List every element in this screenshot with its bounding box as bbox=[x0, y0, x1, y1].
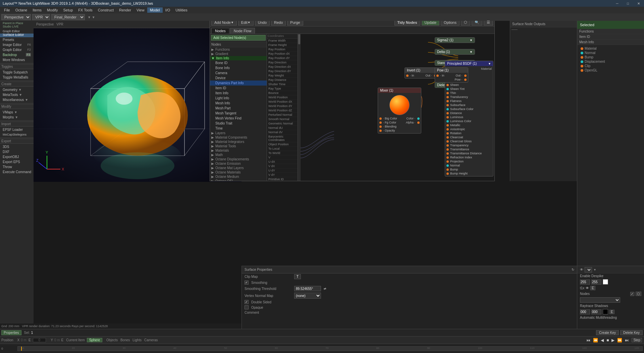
rfp-e-btn[interactable]: E bbox=[590, 286, 595, 290]
tl-bones-btn[interactable]: Bones bbox=[120, 338, 130, 342]
sp-doublesided-checkbox[interactable]: ✓ bbox=[245, 300, 249, 304]
sidebar-toggle-metaballs[interactable]: Toggle MetaBalls bbox=[0, 75, 34, 80]
menu-setup[interactable]: Setup bbox=[61, 7, 76, 13]
tl-play-reverse[interactable]: ◀ bbox=[601, 338, 604, 343]
nl-time[interactable]: Time bbox=[210, 126, 267, 131]
sidebar-geometry[interactable]: Geometry ▼ bbox=[0, 87, 34, 92]
nl-item-id[interactable]: Item ID bbox=[210, 86, 267, 91]
tl-step[interactable]: Step bbox=[632, 338, 642, 342]
nl-bone-info[interactable]: Bone Info bbox=[210, 65, 267, 70]
rfp-e-btn2[interactable]: E bbox=[609, 310, 614, 314]
tl-prev-frame[interactable]: ⏪ bbox=[593, 338, 598, 343]
sidebar-dxf[interactable]: DXF bbox=[0, 149, 34, 154]
sidebar-mocap[interactable]: MoCapSkelegons bbox=[0, 132, 34, 137]
node-mixer[interactable]: Mixer (1) · Big ColorColor · · Fg ColorA… bbox=[378, 88, 421, 134]
sidebar-graph-editor[interactable]: F2 Graph Editor bbox=[0, 47, 34, 52]
nl-item-info[interactable]: Item Info bbox=[210, 91, 267, 96]
rfp-select[interactable] bbox=[585, 267, 592, 272]
sidebar-miscellaneous[interactable]: Miscellaneous ▼ bbox=[0, 97, 34, 102]
menu-fx-tools[interactable]: FX Tools bbox=[75, 7, 95, 13]
nl-layers-group[interactable]: ▶ Layers bbox=[210, 131, 267, 135]
nl-gradient-group[interactable]: ▶ Gradient bbox=[210, 52, 267, 56]
sp-smooth-checkbox[interactable]: ✓ bbox=[245, 281, 249, 285]
nl-mesh-tangent[interactable]: Mesh Tangent bbox=[210, 111, 267, 116]
nl-oct-emission-group[interactable]: ▶ Octane Emission bbox=[210, 161, 267, 166]
mesh-info-header[interactable]: Mesh Info bbox=[577, 40, 644, 45]
tl-stop[interactable]: ■ bbox=[606, 338, 609, 343]
functions-header[interactable]: Functions bbox=[577, 29, 644, 34]
tl-objects-btn[interactable]: Objects bbox=[106, 338, 118, 342]
nl-oct-mat-layers-group[interactable]: ▶ Octane Mat Layers bbox=[210, 166, 267, 170]
properties-btn[interactable]: Properties bbox=[1, 330, 21, 335]
sidebar-image-editor[interactable]: F6 Image Editor bbox=[0, 42, 34, 47]
rfp-shadow-2[interactable] bbox=[591, 309, 601, 314]
node-delta[interactable]: Delta (1) ▼ bbox=[435, 49, 475, 55]
rfp-nodes-icon[interactable]: ⬡ bbox=[636, 292, 641, 296]
sp-vnmap-select[interactable]: (none) bbox=[294, 293, 321, 299]
sp-smooththresh-input[interactable] bbox=[294, 286, 321, 291]
nl-oct-medium-group[interactable]: ▶ Octane Medium bbox=[210, 174, 267, 179]
nl-material-tools-group[interactable]: ▶ Material Tools bbox=[210, 144, 267, 148]
delete-key-btn[interactable]: Delete Key bbox=[620, 330, 643, 335]
create-key-btn[interactable]: Create Key bbox=[596, 330, 619, 335]
item-id-header[interactable]: Item ID bbox=[577, 34, 644, 39]
node-sigma[interactable]: Sigma2 (1) ▼ bbox=[435, 37, 475, 43]
nl-light-info[interactable]: Light Info bbox=[210, 96, 267, 101]
rfp-filter-select[interactable] bbox=[580, 297, 620, 303]
nl-mesh-info[interactable]: Mesh Info bbox=[210, 101, 267, 106]
node-invert[interactable]: Invert (1) · InOut · bbox=[405, 67, 438, 79]
rfp-eye-icon[interactable]: 👁 bbox=[580, 268, 583, 271]
sp-smooththresh-flip[interactable]: ⇄ bbox=[324, 287, 326, 290]
menu-model[interactable]: Model bbox=[147, 7, 163, 13]
tl-current-item-val[interactable]: Sphere bbox=[87, 338, 102, 342]
close-button[interactable]: ✕ bbox=[633, 0, 644, 7]
rfp-shadow-1[interactable] bbox=[580, 309, 590, 314]
timeline-bar[interactable]: 10 20 30 40 50 60 70 80 90 100 110 120 1… bbox=[17, 346, 643, 351]
sidebar-export-eps[interactable]: Export EPS bbox=[0, 159, 34, 164]
node-pow[interactable]: Pow (1) · InOut · Pow · bbox=[435, 67, 468, 83]
menu-items[interactable]: Items bbox=[30, 7, 44, 13]
sp-opaque-checkbox[interactable] bbox=[245, 305, 249, 309]
nl-oct-osl-group[interactable]: ▶ Octane OSL bbox=[210, 179, 267, 181]
tl-lights-btn[interactable]: Lights bbox=[132, 338, 142, 342]
sidebar-backdrop[interactable]: F3 Backdrop bbox=[0, 52, 34, 57]
nl-functions-group[interactable]: ▶ Functions bbox=[210, 47, 267, 52]
nl-material-integrators-group[interactable]: ▶ Material Integrators bbox=[210, 140, 267, 144]
sidebar-vmaps[interactable]: VMaps ▼ bbox=[0, 110, 34, 115]
nl-studio-trait[interactable]: Studio Trait bbox=[210, 121, 267, 126]
nl-mesh-part[interactable]: Mesh Part bbox=[210, 106, 267, 111]
tl-cameras-btn[interactable]: Cameras bbox=[144, 338, 158, 342]
rfp-eye-icon2[interactable]: 👁 bbox=[586, 286, 589, 290]
sidebar-metatools[interactable]: MetaTools ▼ bbox=[0, 92, 34, 97]
tl-next-end[interactable]: ⏭ bbox=[625, 338, 629, 343]
tl-prev-start[interactable]: ⏮ bbox=[586, 338, 590, 343]
sidebar-graph-editor-mini[interactable]: Graph Editor bbox=[0, 29, 34, 34]
sp-refresh-icon[interactable]: ↻ bbox=[572, 268, 574, 271]
tl-frame-input[interactable]: 0 bbox=[33, 338, 46, 342]
nl-materials-group[interactable]: ▶ Materials bbox=[210, 148, 267, 153]
nl-math-group[interactable]: ▶ Math bbox=[210, 153, 267, 157]
sidebar-throw[interactable]: Throw bbox=[0, 164, 34, 169]
nl-camera[interactable]: Camera bbox=[210, 70, 267, 75]
sidebar-3ds[interactable]: 3DS bbox=[0, 144, 34, 149]
menu-octane[interactable]: Octane bbox=[13, 7, 30, 13]
mode-select[interactable]: Perspective bbox=[1, 14, 31, 20]
sidebar-execute-command[interactable]: Execute Command bbox=[0, 169, 34, 174]
menu-render[interactable]: Render bbox=[116, 7, 134, 13]
nl-device[interactable]: Device bbox=[210, 75, 267, 81]
nl-mesh-vertex-find[interactable]: Mesh Vertex Find bbox=[210, 116, 267, 121]
sidebar-exportobj[interactable]: ExportOBJ bbox=[0, 154, 34, 159]
menu-modify[interactable]: Modify bbox=[44, 7, 60, 13]
menu-view[interactable]: View bbox=[134, 7, 147, 13]
maximize-button[interactable]: □ bbox=[623, 0, 633, 7]
menu-io[interactable]: I/O bbox=[163, 7, 173, 13]
rfp-val-2[interactable] bbox=[591, 280, 601, 285]
coord-scrollbar[interactable] bbox=[298, 34, 300, 181]
nl-dynamics-part-info[interactable]: Dynamics Part Info bbox=[210, 81, 267, 86]
sidebar-toggle-subpatch[interactable]: Toggle Subpatch bbox=[0, 70, 34, 75]
rfp-val-1[interactable] bbox=[580, 280, 590, 285]
nl-oct-displ-group[interactable]: ▶ Octane Displacements bbox=[210, 157, 267, 161]
render-select[interactable]: Final_Render bbox=[51, 14, 85, 20]
ne-tab-nodes[interactable]: Nodes bbox=[211, 28, 229, 34]
tl-e-2[interactable]: E bbox=[61, 338, 64, 342]
